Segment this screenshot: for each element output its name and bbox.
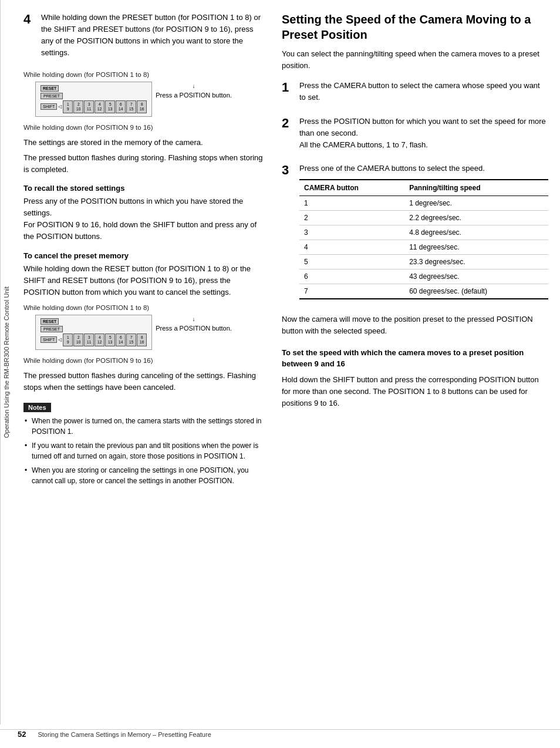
preset-btn-2: PRESET <box>41 326 63 332</box>
reset-btn-1: RESET <box>41 85 59 92</box>
arrow-label-2: ↓ Press a POSITION button. <box>156 316 232 332</box>
nb-5-13: 513 <box>105 100 115 113</box>
sub-heading: To set the speed with which the camera m… <box>282 348 548 369</box>
table-col2-header: Panning/tilting speed <box>404 180 548 196</box>
step-r2-content: Press the POSITION button for which you … <box>299 116 548 154</box>
page-footer: 52 Storing the Camera Settings in Memory… <box>0 729 560 739</box>
table-speed-4: 11 degrees/sec. <box>404 240 548 255</box>
memory-text-1: The settings are stored in the memory of… <box>23 137 264 149</box>
right-column: Setting the Speed of the Camera Moving t… <box>276 12 560 713</box>
preset-btn-1: PRESET <box>41 93 63 99</box>
recall-text: Press any of the POSITION buttons in whi… <box>23 196 264 243</box>
left-column: 4 While holding down the PRESET button (… <box>12 12 276 713</box>
notes-list: When the power is turned on, the camera … <box>23 416 264 486</box>
step-r3-text: Press one of the CAMERA buttons to selec… <box>299 163 548 174</box>
cancel-text: While holding down the RESET button (for… <box>23 263 264 298</box>
note-item-1: When the power is turned on, the camera … <box>23 416 264 437</box>
nb2-7-15: 715 <box>126 333 136 346</box>
page-number: 52 <box>18 730 26 739</box>
table-speed-5: 23.3 degrees/sec. <box>404 255 548 269</box>
table-camera-1: 1 <box>299 196 404 211</box>
pos-diagram-2: RESET PRESET SHIFT ◁ 19 210 311 412 5 <box>35 315 152 350</box>
diagram2-caption-top: While holding down (for POSITION 1 to 8) <box>23 304 264 311</box>
nb-7-15: 715 <box>126 100 136 113</box>
footer-text: Storing the Camera Settings in Memory – … <box>38 731 211 738</box>
table-row: 1 1 degree/sec. <box>299 196 548 211</box>
table-row: 6 43 degrees/sec. <box>299 269 548 284</box>
nb-3-11: 311 <box>84 100 94 113</box>
step-r1-block: 1 Press the CAMERA button to select the … <box>282 80 548 107</box>
step-r1-content: Press the CAMERA button to select the ca… <box>299 80 548 107</box>
table-speed-6: 43 degrees/sec. <box>404 269 548 284</box>
notes-box: Notes When the power is turned on, the c… <box>23 403 264 486</box>
table-camera-2: 2 <box>299 211 404 225</box>
table-camera-3: 3 <box>299 225 404 240</box>
table-camera-4: 4 <box>299 240 404 255</box>
memory-text-2: The pressed button flashes during storin… <box>23 152 264 176</box>
nb2-2-10: 210 <box>73 333 83 346</box>
nb2-3-11: 311 <box>84 333 94 346</box>
nb-1-9: 19 <box>63 100 73 113</box>
nb2-6-14: 614 <box>116 333 126 346</box>
nb2-1-9: 19 <box>63 333 73 346</box>
num-row-1: 19 210 311 412 513 614 715 816 <box>63 100 147 113</box>
nb-8-16: 816 <box>137 100 147 113</box>
step-r1-text: Press the CAMERA button to select the ca… <box>299 80 548 103</box>
notes-label: Notes <box>23 403 51 412</box>
note-item-2: If you want to retain the previous pan a… <box>23 440 264 461</box>
shift-btn-2: SHIFT <box>41 336 57 343</box>
nb2-5-13: 513 <box>105 333 115 346</box>
press-label-2: Press a POSITION button. <box>156 325 232 332</box>
table-speed-2: 2.2 degrees/sec. <box>404 211 548 225</box>
step-r1-number: 1 <box>282 80 295 107</box>
table-camera-7: 7 <box>299 284 404 299</box>
table-row: 5 23.3 degrees/sec. <box>299 255 548 269</box>
right-title: Setting the Speed of the Camera Moving t… <box>282 12 548 42</box>
step-4-number: 4 <box>23 12 36 63</box>
diagram2-caption-bottom: While holding down (for POSITION 9 to 16… <box>23 357 264 364</box>
sidebar-label: Operation Using the RM-BR300 Remote Cont… <box>0 0 12 725</box>
num-row-2: 19 210 311 412 513 614 715 816 <box>63 333 147 346</box>
table-speed-1: 1 degree/sec. <box>404 196 548 211</box>
nb-6-14: 614 <box>116 100 126 113</box>
table-camera-6: 6 <box>299 269 404 284</box>
table-row: 7 60 degrees/sec. (default) <box>299 284 548 299</box>
table-row: 3 4.8 degrees/sec. <box>299 225 548 240</box>
step-4-content: While holding down the PRESET button (fo… <box>41 12 264 63</box>
press-label-1: Press a POSITION button. <box>156 92 232 99</box>
nb-2-10: 210 <box>73 100 83 113</box>
nb-4-12: 412 <box>95 100 104 113</box>
reset-btn-2: RESET <box>41 318 59 325</box>
step-r2-number: 2 <box>282 116 295 154</box>
table-row: 4 11 degrees/sec. <box>299 240 548 255</box>
right-intro: You can select the panning/tilting speed… <box>282 48 548 72</box>
nb2-4-12: 412 <box>95 333 104 346</box>
recall-heading: To recall the stored settings <box>23 184 264 193</box>
step-r3-number: 3 <box>282 163 295 305</box>
camera-table: CAMERA button Panning/tilting speed 1 1 … <box>299 179 548 299</box>
step-4-block: 4 While holding down the PRESET button (… <box>23 12 264 63</box>
cancel-heading: To cancel the preset memory <box>23 251 264 260</box>
table-speed-7: 60 degrees/sec. (default) <box>404 284 548 299</box>
step-r3-content: Press one of the CAMERA buttons to selec… <box>299 163 548 305</box>
after-table-text: Now the camera will move to the position… <box>282 314 548 337</box>
nb2-8-16: 816 <box>137 333 147 346</box>
shift-btn-1: SHIFT <box>41 103 57 110</box>
sub-text: Hold down the SHIFT button and press the… <box>282 374 548 409</box>
pos-diagram-1: RESET PRESET SHIFT ◁ 19 210 311 412 5 <box>35 82 152 117</box>
table-speed-3: 4.8 degrees/sec. <box>404 225 548 240</box>
table-camera-5: 5 <box>299 255 404 269</box>
step-r2-block: 2 Press the POSITION button for which yo… <box>282 116 548 154</box>
diagram1-caption-top: While holding down (for POSITION 1 to 8) <box>23 71 264 78</box>
note-item-3: When you are storing or canceling the se… <box>23 465 264 486</box>
diagram1-caption-bottom: While holding down (for POSITION 9 to 16… <box>23 124 264 131</box>
diagram-2: RESET PRESET SHIFT ◁ 19 210 311 412 5 <box>35 314 264 351</box>
step-r2-text: Press the POSITION button for which you … <box>299 116 548 151</box>
step-4-text: While holding down the PRESET button (fo… <box>41 12 264 59</box>
cancel-result-text: The pressed button flashes during cancel… <box>23 370 264 393</box>
arrow-label-1: ↓ Press a POSITION button. <box>156 83 232 99</box>
table-col1-header: CAMERA button <box>299 180 404 196</box>
table-row: 2 2.2 degrees/sec. <box>299 211 548 225</box>
step-r3-block: 3 Press one of the CAMERA buttons to sel… <box>282 163 548 305</box>
diagram-1: RESET PRESET SHIFT ◁ 19 210 311 412 5 <box>35 80 264 118</box>
